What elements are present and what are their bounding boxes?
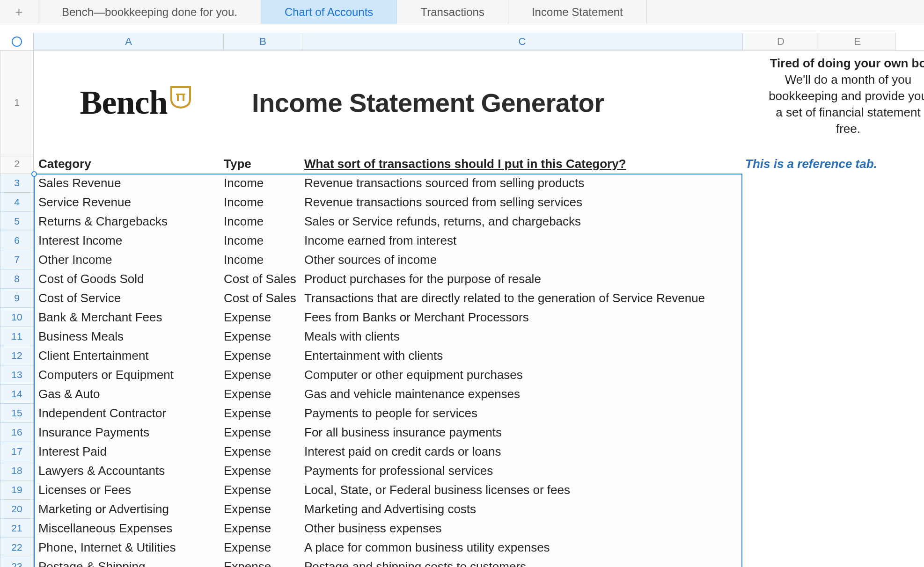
cell-category[interactable]: Sales Revenue [34, 176, 224, 190]
row-number[interactable]: 22 [0, 538, 33, 557]
cell-description[interactable]: Marketing and Advertising costs [302, 502, 742, 516]
cell-description[interactable]: Other sources of income [302, 253, 742, 267]
row-number[interactable]: 11 [0, 327, 33, 346]
cell-type[interactable]: Expense [224, 502, 302, 516]
cell-description[interactable]: Income earned from interest [302, 233, 742, 248]
cell-description[interactable]: Fees from Banks or Merchant Processors [302, 310, 742, 325]
column-header-B[interactable]: B [224, 33, 302, 50]
row-number[interactable]: 16 [0, 423, 33, 442]
column-header-C[interactable]: C [302, 33, 742, 50]
column-header-E[interactable]: E [819, 33, 896, 50]
cell-description[interactable]: Computer or other equipment purchases [302, 368, 742, 382]
column-header-A[interactable]: A [34, 33, 224, 50]
cell-category[interactable]: Licenses or Fees [34, 483, 224, 497]
cell-description[interactable]: Postage and shipping costs to customers [302, 560, 742, 567]
cell-category[interactable]: Computers or Equipment [34, 368, 224, 382]
sheet-tab-income-statement[interactable]: Income Statement [508, 0, 647, 24]
cell-type[interactable]: Expense [224, 368, 302, 382]
header-type[interactable]: Type [224, 157, 302, 171]
row-number[interactable]: 20 [0, 500, 33, 519]
cell-category[interactable]: Postage & Shipping [34, 560, 224, 567]
cell-description[interactable]: Other business expenses [302, 521, 742, 536]
cell-category[interactable]: Independent Contractor [34, 406, 224, 421]
row-number[interactable]: 23 [0, 557, 33, 567]
cell-description[interactable]: Local, State, or Federal business licens… [302, 483, 742, 497]
cell-description[interactable]: Revenue transactions sourced from sellin… [302, 195, 742, 210]
table-row[interactable]: Service RevenueIncomeRevenue transaction… [34, 193, 924, 212]
cell-type[interactable]: Expense [224, 310, 302, 325]
row-number[interactable]: 4 [0, 193, 33, 212]
row-number[interactable]: 7 [0, 250, 33, 269]
cell-type[interactable]: Expense [224, 425, 302, 440]
cell-description[interactable]: Payments to people for services [302, 406, 742, 421]
table-row[interactable]: Licenses or FeesExpenseLocal, State, or … [34, 480, 924, 500]
cell-description[interactable]: For all business insurance payments [302, 425, 742, 440]
cell-description[interactable]: Product purchases for the purpose of res… [302, 272, 742, 286]
cell-type[interactable]: Cost of Sales [224, 291, 302, 305]
cell-description[interactable]: Meals with clients [302, 329, 742, 344]
cell-description[interactable]: Entertainment with clients [302, 349, 742, 363]
cell-type[interactable]: Income [224, 176, 302, 190]
cell-category[interactable]: Phone, Internet & Utilities [34, 540, 224, 555]
cell-category[interactable]: Interest Income [34, 233, 224, 248]
row-number[interactable]: 3 [0, 174, 33, 193]
sheet-tab-bench-intro[interactable]: Bench—bookkeeping done for you. [38, 0, 261, 24]
cell-type[interactable]: Expense [224, 560, 302, 567]
table-row[interactable]: Client EntertainmentExpenseEntertainment… [34, 346, 924, 365]
table-row[interactable]: Gas & AutoExpenseGas and vehicle mainten… [34, 385, 924, 404]
row-number[interactable]: 2 [0, 154, 33, 174]
cell-category[interactable]: Marketing or Advertising [34, 502, 224, 516]
column-header-D[interactable]: D [742, 33, 819, 50]
cell-description[interactable]: Revenue transactions sourced from sellin… [302, 176, 742, 190]
cell-category[interactable]: Business Meals [34, 329, 224, 344]
cell-type[interactable]: Expense [224, 329, 302, 344]
cell-description[interactable]: Interest paid on credit cards or loans [302, 444, 742, 459]
table-row[interactable]: Lawyers & AccountantsExpensePayments for… [34, 461, 924, 480]
cell-category[interactable]: Client Entertainment [34, 349, 224, 363]
cell-category[interactable]: Service Revenue [34, 195, 224, 210]
table-row[interactable]: Miscellaneous ExpensesExpenseOther busin… [34, 519, 924, 538]
cell-type[interactable]: Income [224, 195, 302, 210]
cell-type[interactable]: Income [224, 214, 302, 229]
table-row[interactable]: Cost of Goods SoldCost of SalesProduct p… [34, 269, 924, 289]
header-category[interactable]: Category [34, 157, 224, 171]
cell-category[interactable]: Interest Paid [34, 444, 224, 459]
cell-type[interactable]: Expense [224, 387, 302, 401]
cell-category[interactable]: Gas & Auto [34, 387, 224, 401]
row-number[interactable]: 5 [0, 212, 33, 231]
cell-description[interactable]: Sales or Service refunds, returns, and c… [302, 214, 742, 229]
cell-category[interactable]: Returns & Chargebacks [34, 214, 224, 229]
row-number[interactable]: 19 [0, 480, 33, 500]
cell-description[interactable]: A place for common business utility expe… [302, 540, 742, 555]
table-row[interactable]: Other IncomeIncomeOther sources of incom… [34, 250, 924, 269]
table-row[interactable]: Marketing or AdvertisingExpenseMarketing… [34, 500, 924, 519]
row-number[interactable]: 14 [0, 385, 33, 404]
header-description[interactable]: What sort of transactions should I put i… [302, 157, 742, 171]
row-number[interactable]: 9 [0, 289, 33, 308]
cell-type[interactable]: Expense [224, 540, 302, 555]
cell-description[interactable]: Payments for professional services [302, 464, 742, 478]
cell-category[interactable]: Cost of Goods Sold [34, 272, 224, 286]
table-row[interactable]: Phone, Internet & UtilitiesExpenseA plac… [34, 538, 924, 557]
row-number[interactable]: 6 [0, 231, 33, 250]
table-row[interactable]: Cost of ServiceCost of SalesTransactions… [34, 289, 924, 308]
cell-type[interactable]: Expense [224, 483, 302, 497]
row-number[interactable]: 15 [0, 404, 33, 423]
cell-category[interactable]: Miscellaneous Expenses [34, 521, 224, 536]
spreadsheet-cells[interactable]: Bench Income Statement Generator Tired o… [34, 51, 924, 567]
cell-type[interactable]: Expense [224, 464, 302, 478]
table-row[interactable]: Computers or EquipmentExpenseComputer or… [34, 365, 924, 385]
cell-category[interactable]: Cost of Service [34, 291, 224, 305]
cell-type[interactable]: Income [224, 233, 302, 248]
row-number[interactable]: 13 [0, 365, 33, 385]
cell-category[interactable]: Insurance Payments [34, 425, 224, 440]
table-row[interactable]: Bank & Merchant FeesExpenseFees from Ban… [34, 308, 924, 327]
row-number[interactable]: 10 [0, 308, 33, 327]
table-row[interactable]: Returns & ChargebacksIncomeSales or Serv… [34, 212, 924, 231]
cell-category[interactable]: Bank & Merchant Fees [34, 310, 224, 325]
table-row[interactable]: Insurance PaymentsExpenseFor all busines… [34, 423, 924, 442]
cell-description[interactable]: Gas and vehicle maintenance expenses [302, 387, 742, 401]
cell-type[interactable]: Expense [224, 521, 302, 536]
table-row[interactable]: Business MealsExpenseMeals with clients [34, 327, 924, 346]
cell-category[interactable]: Other Income [34, 253, 224, 267]
